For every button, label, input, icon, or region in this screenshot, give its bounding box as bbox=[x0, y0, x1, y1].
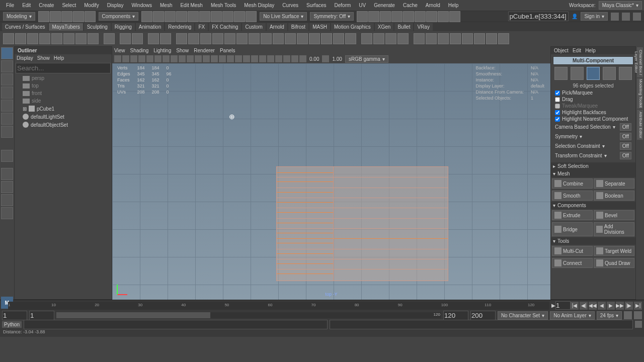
vp-gamma-icon[interactable] bbox=[322, 55, 329, 62]
highlight-nearest-check[interactable] bbox=[555, 117, 560, 122]
shelf-center-pivot-icon[interactable] bbox=[148, 33, 159, 44]
vp-xray-joints-icon[interactable] bbox=[291, 55, 298, 62]
pick-marquee-check[interactable] bbox=[555, 90, 560, 96]
shelf-quad-draw-icon[interactable] bbox=[385, 33, 396, 44]
outliner-item-side[interactable]: side bbox=[15, 97, 112, 105]
target-weld-button[interactable]: Target Weld bbox=[594, 246, 634, 256]
snap-curve-icon[interactable] bbox=[211, 11, 222, 22]
playblast-icon[interactable] bbox=[438, 11, 449, 22]
prefs-icon[interactable] bbox=[634, 311, 642, 319]
combine-button[interactable]: Combine bbox=[552, 178, 593, 189]
paint-select-tool[interactable] bbox=[1, 73, 13, 85]
menu-meshtools[interactable]: Mesh Tools bbox=[207, 2, 240, 9]
go-start-button[interactable]: |◀ bbox=[571, 302, 579, 310]
redo-icon[interactable] bbox=[85, 11, 96, 22]
bevel-button[interactable]: Bevel bbox=[594, 210, 634, 220]
shelf-tab-xgen[interactable]: XGen bbox=[375, 23, 394, 31]
selectionmode-dropdown[interactable]: Components bbox=[99, 12, 139, 21]
shelf-tab-rendering[interactable]: Rendering bbox=[165, 23, 194, 31]
menu-cache[interactable]: Cache bbox=[399, 2, 422, 9]
outliner-item-lightset[interactable]: defaultLightSet bbox=[15, 113, 112, 121]
shelf-type-icon[interactable] bbox=[120, 33, 131, 44]
move-tool[interactable] bbox=[1, 86, 13, 99]
help-icon[interactable] bbox=[633, 13, 641, 21]
outliner-search[interactable] bbox=[16, 63, 111, 73]
shelf-tab-rigging[interactable]: Rigging bbox=[112, 23, 135, 31]
shelf-poly-plane-icon[interactable] bbox=[51, 33, 62, 44]
script-language-button[interactable]: Python bbox=[2, 321, 22, 328]
layout-two-side-icon[interactable] bbox=[1, 194, 13, 206]
snap-grid-icon[interactable] bbox=[199, 11, 210, 22]
timeline-scroll-right[interactable]: ▶ bbox=[551, 303, 555, 308]
vp-menu-show[interactable]: Show bbox=[176, 48, 189, 53]
vp-menu-lighting[interactable]: Lighting bbox=[153, 48, 171, 53]
vp-resolution-gate-icon[interactable] bbox=[171, 55, 178, 62]
tab-attribute-editor[interactable]: Attribute Editor bbox=[637, 110, 643, 140]
open-scene-icon[interactable] bbox=[50, 11, 61, 22]
range-end-field[interactable] bbox=[470, 311, 496, 320]
play-back-button[interactable]: ◀ bbox=[598, 302, 606, 310]
menu-select[interactable]: Select bbox=[58, 2, 80, 9]
shelf-tab-curves[interactable]: Curves / Surfaces bbox=[2, 23, 48, 31]
shelf-tab-fx[interactable]: FX bbox=[195, 23, 208, 31]
shelf-retopo-icon[interactable] bbox=[450, 33, 461, 44]
symmetry-dropdown[interactable]: Off bbox=[620, 133, 631, 140]
menu-meshdisplay[interactable]: Mesh Display bbox=[240, 2, 278, 9]
construction-history-icon[interactable] bbox=[357, 11, 368, 22]
shelf-crease-icon[interactable] bbox=[373, 33, 384, 44]
soft-selection-group[interactable]: ▸Soft Selection bbox=[551, 162, 635, 170]
account-icon[interactable]: 👤 bbox=[572, 14, 578, 19]
menu-surfaces[interactable]: Surfaces bbox=[302, 2, 330, 9]
smooth-button[interactable]: Smooth bbox=[552, 191, 593, 201]
select-tool[interactable] bbox=[1, 47, 13, 59]
sel-constraint-dropdown[interactable]: Off bbox=[620, 142, 631, 150]
vp-shadows-icon[interactable] bbox=[235, 55, 242, 62]
prev-key-button[interactable]: ◀| bbox=[580, 302, 588, 310]
vp-gate-mask-icon[interactable] bbox=[179, 55, 186, 62]
xform-constraint-dropdown[interactable]: Off bbox=[620, 152, 631, 159]
panel-layout-icon[interactable] bbox=[449, 11, 460, 22]
autokey-icon[interactable] bbox=[624, 311, 632, 319]
snap-plane-icon[interactable] bbox=[234, 11, 245, 22]
outliner-item-objectset[interactable]: defaultObjectSet bbox=[15, 121, 112, 129]
shelf-soften-icon[interactable] bbox=[333, 33, 344, 44]
step-back-button[interactable]: ◀◀ bbox=[589, 302, 597, 310]
menu-edit[interactable]: Edit bbox=[18, 2, 35, 9]
timeline-track[interactable]: 1 10 20 30 40 50 60 70 80 90 100 110 120 bbox=[8, 302, 549, 310]
live-surface-dropdown[interactable]: No Live Surface bbox=[260, 12, 307, 21]
menu-create[interactable]: Create bbox=[35, 2, 58, 9]
tab-channelbox[interactable]: Channel Box / Layer Editor bbox=[637, 47, 643, 77]
vp-image-plane-icon[interactable] bbox=[130, 55, 137, 62]
uvmode-button[interactable] bbox=[619, 67, 632, 80]
chevron-down-icon[interactable]: ▾ bbox=[604, 153, 607, 158]
vp-2d-pan-icon[interactable] bbox=[138, 55, 145, 62]
shelf-smooth-icon[interactable] bbox=[309, 33, 320, 44]
range-slider-bar[interactable]: 120 bbox=[56, 312, 441, 318]
play-forward-button[interactable]: ▶ bbox=[607, 302, 615, 310]
chevron-down-icon[interactable]: ▾ bbox=[613, 124, 615, 130]
outliner-item-top[interactable]: top bbox=[15, 82, 112, 89]
tab-modeling-toolkit[interactable]: Modeling Toolkit bbox=[637, 78, 643, 109]
sel-uv-icon[interactable] bbox=[188, 11, 199, 22]
shelf-make-live-icon[interactable] bbox=[397, 33, 409, 44]
symmetry-dropdown[interactable]: Symmetry: Off bbox=[310, 12, 354, 21]
vp-shaded-icon[interactable] bbox=[211, 55, 218, 62]
menu-help[interactable]: Help bbox=[444, 2, 463, 9]
fps-dropdown[interactable]: 24 fps bbox=[597, 311, 622, 320]
multicut-button[interactable]: Multi-Cut bbox=[552, 246, 593, 256]
menu-mesh[interactable]: Mesh bbox=[156, 2, 176, 9]
scale-tool[interactable] bbox=[1, 113, 13, 125]
vp-aa-icon[interactable] bbox=[251, 55, 258, 62]
vp-textured-icon[interactable] bbox=[219, 55, 226, 62]
connect-button[interactable]: Connect bbox=[552, 258, 593, 268]
shelf-poly-cone-icon[interactable] bbox=[39, 33, 50, 44]
shelf-multicut-icon[interactable] bbox=[273, 33, 284, 44]
sel-mask-icon[interactable] bbox=[141, 11, 152, 22]
shelf-poly-cylinder-icon[interactable] bbox=[27, 33, 38, 44]
shelf-reset-xform-icon[interactable] bbox=[160, 33, 171, 44]
multi-component-toggle[interactable]: Multi-Component bbox=[553, 56, 633, 65]
outliner-item-pcube1[interactable]: ⊞pCube1 bbox=[15, 105, 112, 113]
vp-safe-title-icon[interactable] bbox=[195, 55, 202, 62]
attr-menu-object[interactable]: Object bbox=[554, 48, 569, 53]
layout-outliner-icon[interactable] bbox=[1, 207, 13, 219]
